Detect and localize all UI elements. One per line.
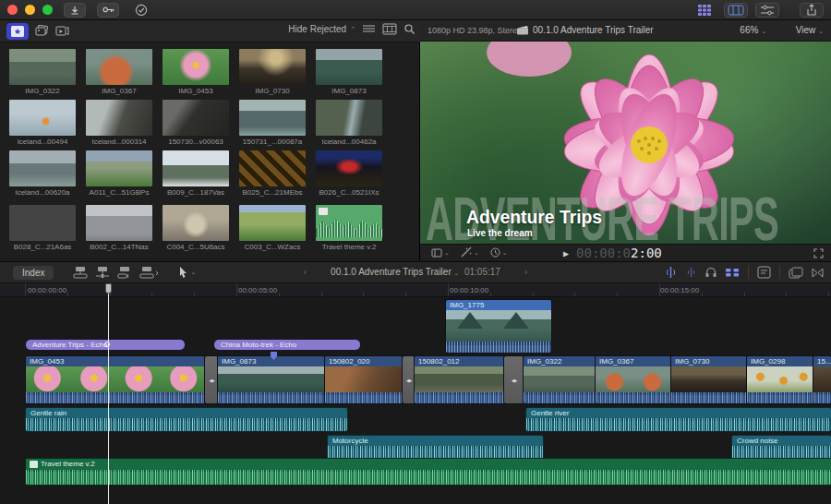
browser-clip-img-0322[interactable]: IMG_0322 <box>9 49 76 95</box>
timeline-project-title[interactable]: 00.1.0 Adventure Trips Trailer ⌄ 01:05:1… <box>331 267 500 277</box>
music-clip[interactable]: Travel theme v.2 <box>26 459 831 485</box>
title-clip[interactable]: Adventure Trips - Echo <box>26 340 185 350</box>
retime-menu[interactable]: ⌄ <box>490 247 508 258</box>
browser-clip-iceland-00620a[interactable]: Iceland...00620a <box>9 150 76 197</box>
timeline-index-panel-icon[interactable] <box>758 267 770 278</box>
browser-view-button[interactable] <box>692 3 717 18</box>
audio-clip[interactable]: Gentle rain <box>26 408 347 431</box>
clip-thumbnail[interactable] <box>316 49 382 85</box>
search-icon[interactable] <box>404 24 415 34</box>
close-window-button[interactable] <box>7 5 18 15</box>
browser-clip-b002-c-14tnas[interactable]: B002_C...14TNas <box>86 205 152 251</box>
skimming-icon[interactable] <box>665 267 677 278</box>
clip-thumbnail[interactable] <box>316 100 382 136</box>
transitions-browser-icon[interactable] <box>812 268 824 278</box>
clip-thumbnail[interactable] <box>163 150 229 186</box>
zoom-dropdown[interactable]: 66% ⌄ <box>740 25 766 35</box>
browser-clip-img-0730[interactable]: IMG_0730 <box>239 49 306 95</box>
audio-clip[interactable]: Gentle river <box>526 408 831 431</box>
audio-clip[interactable]: Crowd noise <box>732 436 831 459</box>
transition-clip[interactable]: ◀▶ <box>205 356 218 403</box>
browser-clip-iceland-00462a[interactable]: Iceland...00462a <box>316 100 382 146</box>
clip-thumbnail[interactable] <box>239 150 306 186</box>
clip-thumbnail[interactable] <box>163 205 229 241</box>
browser-clip-b028-c-21a6as[interactable]: B028_C...21A6as <box>9 205 76 251</box>
filmstrip-view-icon[interactable] <box>383 24 396 34</box>
video-clip[interactable]: 150802_020 <box>325 356 403 403</box>
video-clip[interactable]: IMG_0367 <box>596 356 671 403</box>
browser-clip-img-0873[interactable]: IMG_0873 <box>316 49 382 95</box>
play-button[interactable]: ▶ <box>563 248 569 258</box>
next-project-button[interactable]: › <box>500 267 551 277</box>
video-clip[interactable]: IMG_0730 <box>671 356 747 403</box>
clip-thumbnail[interactable] <box>239 205 306 241</box>
clip-thumbnail[interactable] <box>86 100 152 136</box>
keyframe-icon[interactable] <box>104 342 110 347</box>
clip-thumbnail[interactable] <box>86 49 152 85</box>
video-clip[interactable]: IMG_0298 <box>747 356 813 403</box>
clip-thumbnail[interactable] <box>239 100 306 136</box>
list-view-icon[interactable] <box>363 25 375 34</box>
connect-edit-icon[interactable] <box>74 267 87 278</box>
connected-clip[interactable]: IMG_1775 <box>446 300 551 353</box>
fullscreen-button[interactable] <box>813 248 824 260</box>
solo-headphones-icon[interactable] <box>705 267 717 278</box>
browser-clip-img-0453[interactable]: IMG_0453 <box>163 49 229 95</box>
snapping-icon[interactable] <box>726 267 739 278</box>
clip-thumbnail[interactable] <box>316 150 382 186</box>
clip-thumbnail[interactable] <box>86 205 152 241</box>
audio-skimming-icon[interactable] <box>686 267 696 278</box>
browser-clip-b025-c-21mebs[interactable]: B025_C...21MEbs <box>239 150 306 197</box>
crop-menu[interactable]: ⌄ <box>431 248 450 258</box>
browser-clip-b026-c-0521ixs[interactable]: B026_C...0521IXs <box>316 150 382 197</box>
browser-clip-c003-c-wzacs[interactable]: C003_C...WZacs <box>239 205 306 251</box>
audio-clip[interactable]: Motorcycle <box>328 436 543 459</box>
show-photos-sidebar-button[interactable] <box>35 23 49 40</box>
minimize-window-button[interactable] <box>25 5 35 15</box>
browser-clip-img-0367[interactable]: IMG_0367 <box>86 49 152 95</box>
video-clip[interactable]: 15... <box>813 356 831 403</box>
browser-clip-b009-c-187vas[interactable]: B009_C...187Vas <box>163 150 229 197</box>
insert-edit-icon[interactable] <box>96 267 109 278</box>
transition-clip[interactable]: ◀▶ <box>504 356 524 403</box>
append-edit-icon[interactable] <box>118 267 131 278</box>
clip-thumbnail[interactable] <box>163 100 229 136</box>
keyword-editor-button[interactable] <box>97 3 119 18</box>
prev-project-button[interactable]: ‹ <box>280 267 331 277</box>
clip-thumbnail[interactable] <box>9 49 76 85</box>
zoom-window-button[interactable] <box>42 5 53 15</box>
browser-clip-travel-theme-v-2[interactable]: Travel theme v.2 <box>316 205 382 251</box>
overwrite-edit-icon[interactable] <box>140 267 159 278</box>
video-clip[interactable]: IMG_0453 <box>26 356 205 403</box>
clip-thumbnail[interactable] <box>163 49 229 85</box>
video-clip[interactable]: 150802_012 <box>415 356 504 403</box>
clip-thumbnail[interactable] <box>9 150 76 186</box>
video-clip[interactable]: IMG_0322 <box>524 356 596 403</box>
browser-clip-iceland-00494[interactable]: Iceland...00494 <box>9 100 76 146</box>
clip-thumbnail[interactable] <box>9 205 76 241</box>
playhead-handle[interactable] <box>105 283 112 294</box>
filter-dropdown[interactable]: Hide Rejected ⌃ <box>288 24 355 34</box>
enhance-menu[interactable]: ⌄ <box>461 247 479 258</box>
share-button[interactable] <box>800 3 824 18</box>
timeline-view-button[interactable] <box>724 3 748 18</box>
browser-clip-150730-v00063[interactable]: 150730...v00063 <box>163 100 229 146</box>
view-dropdown[interactable]: View ⌄ <box>796 25 824 35</box>
browser-clip-c004-c-5u6acs[interactable]: C004_C...5U6acs <box>163 205 229 251</box>
video-canvas[interactable]: ADVENTURE TRIPS Adventure Trips Live the… <box>420 42 831 244</box>
timeline-ruler[interactable]: 00:00:00:0000:00:05:0000:00:10:0000:00:1… <box>0 283 831 297</box>
transition-clip[interactable]: ◀▶ <box>403 356 415 403</box>
clip-thumbnail[interactable] <box>86 150 152 186</box>
clip-thumbnail[interactable] <box>316 205 382 241</box>
effects-browser-icon[interactable] <box>789 268 802 278</box>
title-clip[interactable]: China Moto-trek - Echo <box>214 340 360 350</box>
browser-clip-iceland-000314[interactable]: Iceland...000314 <box>86 100 152 146</box>
clip-thumbnail[interactable] <box>239 49 306 85</box>
timeline-index-button[interactable]: Index <box>13 266 54 280</box>
browser-clip-150731-00087a[interactable]: 150731_...00087a <box>239 100 306 146</box>
background-tasks-button[interactable] <box>130 3 152 18</box>
import-media-button[interactable] <box>64 3 86 18</box>
inspector-button[interactable] <box>755 3 779 18</box>
show-libraries-button[interactable] <box>6 23 29 40</box>
browser-clip-a011-c-51gbps[interactable]: A011_C...51GBPs <box>86 150 152 197</box>
